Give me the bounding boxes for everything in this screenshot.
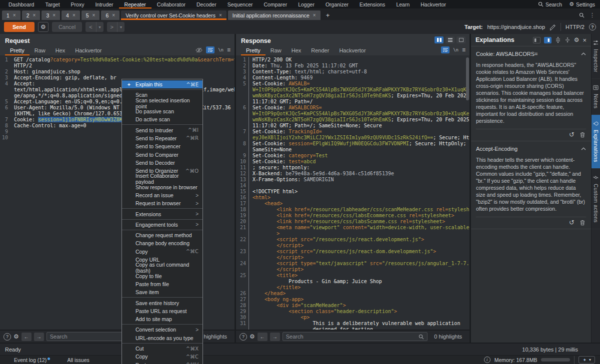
menu-item-extensions[interactable]: Extensions>	[122, 210, 202, 218]
menu-item-send-to-repeater[interactable]: Send to Repeater^⌘R	[122, 134, 202, 142]
menu-item-proxy[interactable]: Proxy	[66, 0, 90, 8]
menu-item-convert-selection[interactable]: Convert selection>	[122, 326, 202, 334]
close-tab-icon[interactable]: ×	[112, 12, 115, 18]
menu-item-hackvertor[interactable]: Hackvertor	[415, 0, 452, 8]
protocol-help-icon[interactable]: ?	[589, 23, 596, 30]
request-tab-hackvertor[interactable]: Hackvertor	[70, 45, 106, 55]
close-tab-icon[interactable]: ×	[72, 12, 76, 18]
menu-item-explain-this[interactable]: ✦Explain this^⌘E	[122, 80, 202, 88]
add-tab-button[interactable]: +	[322, 10, 334, 20]
menu-item-copy[interactable]: Copy^⌘C	[122, 353, 202, 361]
settings-button[interactable]: ⚙ Settings	[569, 1, 595, 7]
repeater-tab-2[interactable]: 2×	[22, 10, 40, 20]
send-button[interactable]: Send	[4, 22, 34, 32]
menu-item-paste-from-file[interactable]: Paste from file	[122, 280, 202, 288]
show-newlines-icon[interactable]: \n	[453, 47, 458, 52]
menu-item-save-item[interactable]: Save item	[122, 288, 202, 296]
explanation-card-header[interactable]: Accept-Encoding	[476, 146, 586, 152]
menu-item-paste-url-as-request[interactable]: Paste URL as request	[122, 307, 202, 315]
response-tab-hackvertor[interactable]: Hackvertor	[334, 45, 370, 55]
menu-item-decoder[interactable]: Decoder	[191, 0, 222, 8]
menu-item-show-response-in-browser[interactable]: Show response in browser	[122, 183, 202, 191]
search-settings-gear-icon[interactable]: ⚙	[250, 334, 255, 340]
expand-all-icon[interactable]	[555, 37, 561, 43]
menu-item-comparer[interactable]: Comparer	[258, 0, 293, 8]
menu-item-organizer[interactable]: Organizer	[320, 0, 354, 8]
search-help-icon[interactable]: ?	[240, 333, 247, 341]
edit-target-pencil-icon[interactable]	[550, 24, 556, 30]
repeater-tab-1[interactable]: 1×	[2, 10, 20, 20]
all-issues-button[interactable]: All issues	[67, 357, 89, 363]
side-tab-notes[interactable]: Notes	[592, 79, 600, 115]
menu-item-send-to-decoder[interactable]: Send to Decoder	[122, 159, 202, 167]
request-tab-raw[interactable]: Raw	[30, 45, 50, 55]
menu-item-change-body-encoding[interactable]: Change body encoding	[122, 239, 202, 247]
search-settings-gear-icon[interactable]: ⚙	[14, 334, 19, 340]
menu-item-copy[interactable]: Copy^⌘C	[122, 248, 202, 256]
close-tab-icon[interactable]: ×	[13, 12, 16, 18]
repeater-tab-5[interactable]: 5×	[82, 10, 100, 20]
previous-match-button[interactable]: ←	[22, 333, 32, 341]
menu-item-logger[interactable]: Logger	[292, 0, 320, 8]
menu-item-copy-to-file[interactable]: Copy to file	[122, 272, 202, 280]
menu-item-send-to-sequencer[interactable]: Send to Sequencer	[122, 142, 202, 150]
trash-icon[interactable]	[580, 132, 585, 138]
menu-item-paste[interactable]: Paste^⌘V	[122, 361, 202, 364]
close-tab-icon[interactable]: ×	[33, 12, 36, 18]
response-tab-render[interactable]: Render	[306, 45, 334, 55]
menu-item-change-request-method[interactable]: Change request method	[122, 231, 202, 239]
global-search-button[interactable]: Search	[538, 1, 562, 7]
regenerate-icon[interactable]: ↺	[569, 219, 574, 226]
response-tab-hex[interactable]: Hex	[286, 45, 306, 55]
editor-menu-icon[interactable]: ≡	[462, 47, 466, 53]
response-tab-raw[interactable]: Raw	[266, 45, 286, 55]
menu-item-send-to-comparer[interactable]: Send to Comparer	[122, 150, 202, 158]
close-tab-icon[interactable]: ×	[219, 12, 222, 18]
menu-item-request-in-browser[interactable]: Request in browser>	[122, 199, 202, 207]
previous-match-button[interactable]: ←	[258, 333, 268, 341]
layout-rows-button[interactable]	[446, 36, 454, 43]
word-wrap-toggle-icon[interactable]	[206, 46, 214, 53]
menu-item-record-an-issue[interactable]: Record an issue>	[122, 191, 202, 199]
menu-item-cut[interactable]: Cut^⌘X	[122, 345, 202, 353]
event-log-button[interactable]: Event log (12)	[5, 357, 50, 363]
repeater-tab-initial-application-reconnaissance[interactable]: Initial application reconnaissance×	[228, 10, 320, 20]
collapse-all-icon[interactable]	[564, 37, 570, 43]
cancel-button[interactable]: Cancel	[52, 22, 82, 32]
chevron-up-icon[interactable]	[581, 52, 586, 55]
menu-item-dashboard[interactable]: Dashboard	[3, 0, 40, 8]
chevron-down-icon[interactable]: ▾	[96, 22, 104, 32]
send-settings-button[interactable]: ⚙	[38, 22, 48, 32]
repeater-tab-4[interactable]: 4×	[62, 10, 80, 20]
editor-menu-icon[interactable]: ≡	[227, 47, 230, 53]
next-match-button[interactable]: →	[34, 333, 44, 341]
burp-ai-button[interactable]: ✦ ▾	[578, 356, 595, 364]
repeater-tab-6[interactable]: 6×	[101, 10, 120, 20]
show-newlines-icon[interactable]: \n	[218, 47, 224, 52]
chevron-up-icon[interactable]	[581, 147, 586, 150]
explanation-card-header[interactable]: Cookie: AWSALBCORS=	[476, 51, 586, 57]
tab-overflow-menu-icon[interactable]: ⋮	[590, 12, 595, 18]
menu-item-send-to-intruder[interactable]: Send to Intruder^⌘I	[122, 126, 202, 134]
response-search-input[interactable]: Search	[282, 332, 428, 341]
menu-item-do-passive-scan[interactable]: Do passive scan	[122, 107, 202, 115]
layout-single-button[interactable]	[456, 36, 466, 43]
response-editor[interactable]: 1HTTP/2 200 OK2Date: Thu, 13 Feb 2025 11…	[236, 55, 470, 330]
side-tab-custom-actions[interactable]: Custom actions	[592, 169, 600, 229]
menu-item-insert-collaborator-payload[interactable]: Insert Collaborator payload	[122, 175, 202, 183]
menu-item-target[interactable]: Target	[40, 0, 65, 8]
menu-item-do-active-scan[interactable]: Do active scan	[122, 115, 202, 123]
menu-item-sequencer[interactable]: Sequencer	[222, 0, 258, 8]
search-help-icon[interactable]: ?	[4, 333, 11, 341]
side-tab-explanations[interactable]: Explanations	[592, 115, 600, 169]
menu-item-extensions[interactable]: Extensions	[354, 0, 390, 8]
close-tab-icon[interactable]: ×	[92, 12, 96, 18]
menu-item-intruder[interactable]: Intruder	[90, 0, 118, 8]
menu-item-scan-selected-insertion-point[interactable]: Scan selected insertion point	[122, 99, 202, 107]
next-match-button[interactable]: →	[270, 333, 280, 341]
menu-item-learn[interactable]: Learn	[390, 0, 415, 8]
repeater-tab-3[interactable]: 3×	[42, 10, 60, 20]
menu-item-collaborator[interactable]: Collaborator	[152, 0, 191, 8]
history-back-button[interactable]: < ▾	[86, 22, 103, 32]
menu-item-engagement-tools[interactable]: Engagement tools>	[122, 221, 202, 229]
